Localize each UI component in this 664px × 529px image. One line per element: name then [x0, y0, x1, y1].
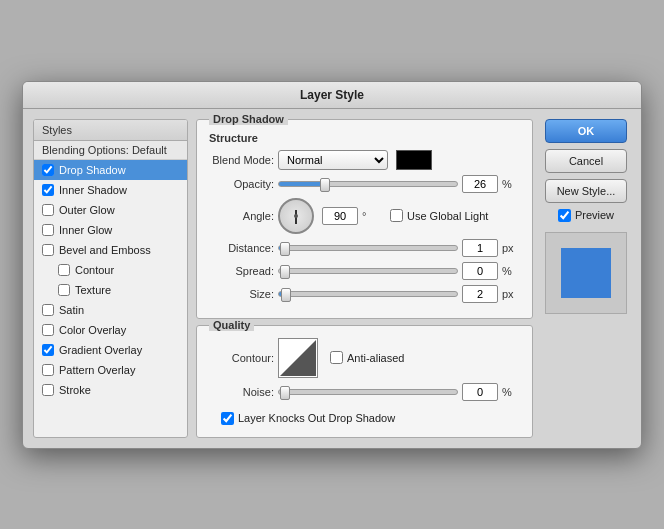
size-input[interactable] [462, 285, 498, 303]
spread-input[interactable] [462, 262, 498, 280]
cancel-button[interactable]: Cancel [545, 149, 627, 173]
spread-slider-container [278, 264, 458, 278]
opacity-label: Opacity: [209, 178, 274, 190]
color-overlay-checkbox[interactable] [42, 324, 54, 336]
size-track [278, 291, 458, 297]
dialog-title: Layer Style [23, 82, 641, 109]
style-item-satin[interactable]: Satin [34, 300, 187, 320]
satin-checkbox[interactable] [42, 304, 54, 316]
use-global-light-label[interactable]: Use Global Light [390, 209, 488, 222]
angle-unit: ° [362, 210, 380, 222]
size-slider-container [278, 287, 458, 301]
angle-label: Angle: [209, 210, 274, 222]
drop-shadow-checkbox[interactable] [42, 164, 54, 176]
layer-style-dialog: Layer Style Styles Blending Options: Def… [22, 81, 642, 449]
inner-glow-checkbox[interactable] [42, 224, 54, 236]
noise-unit: % [502, 386, 520, 398]
distance-unit: px [502, 242, 520, 254]
blend-mode-label: Blend Mode: [209, 154, 274, 166]
use-global-light-checkbox[interactable] [390, 209, 403, 222]
action-panel: OK Cancel New Style... Preview [541, 119, 631, 438]
structure-subtitle: Structure [209, 132, 520, 144]
spread-track [278, 268, 458, 274]
blend-mode-select[interactable]: Normal Multiply Screen [278, 150, 388, 170]
spread-unit: % [502, 265, 520, 277]
preview-label[interactable]: Preview [558, 209, 614, 222]
distance-label: Distance: [209, 242, 274, 254]
style-item-stroke[interactable]: Stroke [34, 380, 187, 400]
styles-panel: Styles Blending Options: Default Drop Sh… [33, 119, 188, 438]
spread-label: Spread: [209, 265, 274, 277]
contour-checkbox[interactable] [58, 264, 70, 276]
noise-label: Noise: [209, 386, 274, 398]
distance-input[interactable] [462, 239, 498, 257]
angle-row: Angle: ° Use Global Light [209, 198, 520, 234]
contour-row: Contour: Anti-aliased [209, 338, 520, 378]
style-item-drop-shadow[interactable]: Drop Shadow [34, 160, 187, 180]
style-item-pattern-overlay[interactable]: Pattern Overlay [34, 360, 187, 380]
anti-aliased-label[interactable]: Anti-aliased [330, 351, 404, 364]
size-label: Size: [209, 288, 274, 300]
blend-mode-row: Blend Mode: Normal Multiply Screen [209, 150, 520, 170]
style-item-inner-shadow[interactable]: Inner Shadow [34, 180, 187, 200]
noise-input[interactable] [462, 383, 498, 401]
spread-thumb[interactable] [280, 265, 290, 279]
shadow-color-swatch[interactable] [396, 150, 432, 170]
anti-aliased-checkbox[interactable] [330, 351, 343, 364]
distance-thumb[interactable] [280, 242, 290, 256]
styles-header: Styles [34, 120, 187, 141]
quality-section: Quality Contour: Anti-aliased [196, 325, 533, 438]
size-row: Size: px [209, 285, 520, 303]
outer-glow-checkbox[interactable] [42, 204, 54, 216]
style-item-gradient-overlay[interactable]: Gradient Overlay [34, 340, 187, 360]
distance-slider-container [278, 241, 458, 255]
section-title-quality: Quality [209, 319, 254, 331]
style-item-contour[interactable]: Contour [34, 260, 187, 280]
style-item-color-overlay[interactable]: Color Overlay [34, 320, 187, 340]
knock-out-label[interactable]: Layer Knocks Out Drop Shadow [221, 412, 395, 425]
spread-row: Spread: % [209, 262, 520, 280]
distance-row: Distance: px [209, 239, 520, 257]
inner-shadow-checkbox[interactable] [42, 184, 54, 196]
knock-out-checkbox[interactable] [221, 412, 234, 425]
opacity-track [278, 181, 458, 187]
noise-row: Noise: % [209, 383, 520, 401]
opacity-thumb[interactable] [320, 178, 330, 192]
texture-checkbox[interactable] [58, 284, 70, 296]
preview-area [545, 232, 627, 314]
style-item-texture[interactable]: Texture [34, 280, 187, 300]
contour-preview[interactable] [278, 338, 318, 378]
preview-checkbox[interactable] [558, 209, 571, 222]
structure-section: Drop Shadow Structure Blend Mode: Normal… [196, 119, 533, 319]
stroke-checkbox[interactable] [42, 384, 54, 396]
style-item-inner-glow[interactable]: Inner Glow [34, 220, 187, 240]
preview-box [561, 248, 611, 298]
gradient-overlay-checkbox[interactable] [42, 344, 54, 356]
distance-track [278, 245, 458, 251]
contour-label: Contour: [209, 352, 274, 364]
opacity-row: Opacity: % [209, 175, 520, 193]
noise-slider-container [278, 385, 458, 399]
blending-options-item[interactable]: Blending Options: Default [34, 141, 187, 160]
knock-out-row: Layer Knocks Out Drop Shadow [209, 406, 520, 427]
angle-input[interactable] [322, 207, 358, 225]
pattern-overlay-checkbox[interactable] [42, 364, 54, 376]
noise-track [278, 389, 458, 395]
angle-dial[interactable] [278, 198, 314, 234]
size-unit: px [502, 288, 520, 300]
style-item-outer-glow[interactable]: Outer Glow [34, 200, 187, 220]
section-title-drop-shadow: Drop Shadow [209, 113, 288, 125]
opacity-input[interactable] [462, 175, 498, 193]
contour-svg [280, 340, 316, 376]
opacity-unit: % [502, 178, 520, 190]
settings-panel: Drop Shadow Structure Blend Mode: Normal… [196, 119, 533, 438]
ok-button[interactable]: OK [545, 119, 627, 143]
bevel-emboss-checkbox[interactable] [42, 244, 54, 256]
style-item-bevel-emboss[interactable]: Bevel and Emboss [34, 240, 187, 260]
size-thumb[interactable] [281, 288, 291, 302]
noise-thumb[interactable] [280, 386, 290, 400]
opacity-slider-container [278, 177, 458, 191]
new-style-button[interactable]: New Style... [545, 179, 627, 203]
